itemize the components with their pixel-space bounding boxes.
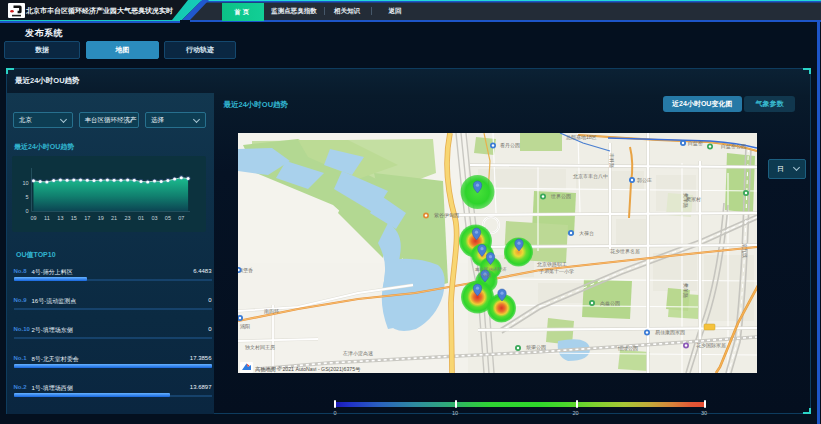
svg-text:11: 11	[44, 215, 50, 221]
svg-text:白盆窑: 白盆窑	[688, 140, 703, 147]
svg-text:总部基地18区: 总部基地18区	[566, 134, 597, 141]
svg-text:21: 21	[111, 215, 117, 221]
svg-text:07: 07	[178, 215, 184, 221]
svg-text:17: 17	[84, 215, 90, 221]
svg-text:05: 05	[165, 215, 171, 221]
svg-text:紫谷伊甸园: 紫谷伊甸园	[434, 212, 459, 219]
svg-text:北京市丰台八中: 北京市丰台八中	[573, 173, 608, 180]
svg-text:19: 19	[98, 215, 104, 221]
svg-text:丰科路: 丰科路	[609, 153, 615, 168]
svg-text:恒绿公园: 恒绿公园	[617, 345, 638, 352]
svg-text:涵阳: 涵阳	[240, 323, 250, 330]
svg-text:5: 5	[25, 194, 28, 200]
svg-text:独文村回王房: 独文村回王房	[245, 344, 275, 351]
svg-text:13: 13	[57, 215, 63, 221]
svg-text:易佳康园家园: 易佳康园家园	[655, 329, 685, 336]
svg-text:烦渠公园: 烦渠公园	[526, 344, 546, 351]
svg-text:0: 0	[25, 208, 28, 214]
svg-text:世界公园: 世界公园	[550, 193, 571, 200]
svg-text:大葆台: 大葆台	[579, 230, 594, 236]
svg-text:北京铁路职工: 北京铁路职工	[537, 261, 567, 268]
svg-text:09: 09	[30, 215, 36, 221]
svg-text:南四环: 南四环	[264, 308, 279, 315]
svg-text:高鑫公园: 高鑫公园	[600, 300, 620, 307]
svg-text:丰台区循环经济: 丰台区循环经济	[475, 266, 507, 272]
svg-text:产业园: 产业园	[478, 273, 492, 278]
svg-text:高德地图 © 2021 AutoNavi - GS(2021: 高德地图 © 2021 AutoNavi - GS(2021)6375号	[255, 366, 360, 373]
svg-text:子弟第十一小学: 子弟第十一小学	[539, 268, 574, 275]
svg-text:01: 01	[138, 215, 144, 221]
svg-text:23: 23	[125, 215, 131, 221]
svg-text:左津小淀高速: 左津小淀高速	[343, 350, 373, 357]
svg-text:樊羊路: 樊羊路	[683, 283, 689, 298]
svg-text:樊家村: 樊家村	[686, 196, 701, 203]
svg-text:看丹公园: 看丹公园	[500, 142, 520, 149]
svg-text:10: 10	[22, 180, 28, 186]
svg-text:京九线: 京九线	[742, 243, 748, 258]
svg-text:白盆窑公园: 白盆窑公园	[721, 143, 746, 150]
svg-text:03: 03	[151, 215, 157, 221]
svg-text:花乡国际家居: 花乡国际家居	[696, 342, 726, 349]
svg-text:花乡世界名居: 花乡世界名居	[610, 248, 640, 255]
svg-text:15: 15	[71, 215, 77, 221]
svg-text:郭公庄: 郭公庄	[637, 177, 652, 184]
